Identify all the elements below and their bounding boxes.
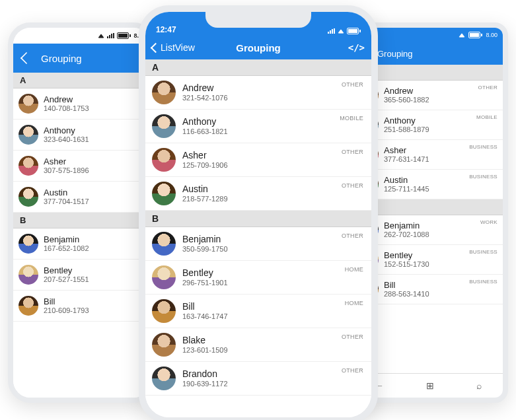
group-header: B <box>13 213 151 228</box>
contact-info: Brandon190-639-1172 <box>182 368 228 388</box>
iphone-notch <box>205 11 311 28</box>
list-item[interactable]: Bill163-746-1747HOME <box>145 295 371 328</box>
contact-tag: OTHER <box>342 81 363 88</box>
group-header: A <box>145 59 371 76</box>
list-item[interactable]: Austin218-577-1289OTHER <box>145 177 371 211</box>
list-item[interactable]: Benjamin167-652-1082 <box>13 228 151 260</box>
nav-home-icon[interactable]: ⊞ <box>426 380 434 391</box>
avatar <box>18 265 38 285</box>
list-item[interactable]: Blake123-601-1509OTHER <box>145 328 371 362</box>
contact-info: Blake123-601-1509 <box>182 335 228 355</box>
contact-phone: 251-588-1879 <box>384 125 429 134</box>
signal-icon <box>328 28 335 34</box>
android-status-bar: 8.00 <box>13 28 151 44</box>
list-item[interactable]: Andrew321-542-1076OTHER <box>145 76 371 110</box>
avatar <box>152 265 176 289</box>
contact-name: Bill <box>182 301 228 312</box>
contact-phone: 321-542-1076 <box>182 94 228 102</box>
contact-info: Benjamin167-652-1082 <box>44 234 89 254</box>
contact-name: Anthony <box>44 125 89 136</box>
contact-phone: 377-631-1471 <box>384 155 429 164</box>
contact-name: Blake <box>182 335 228 346</box>
battery-icon <box>468 32 482 38</box>
contact-phone: 296-751-1901 <box>182 279 228 287</box>
back-arrow-icon[interactable] <box>20 52 32 64</box>
avatar <box>18 125 38 145</box>
contact-tag: OTHER <box>342 232 363 239</box>
list-item[interactable]: Bill210-609-1793 <box>13 291 151 322</box>
contact-name: Asher <box>384 145 429 156</box>
list-item[interactable]: Benjamin350-599-1750OTHER <box>145 227 371 261</box>
contact-name: Andrew <box>384 86 429 96</box>
contact-info: Bill288-563-1410 <box>384 280 429 299</box>
contact-tag: MOBILE <box>476 114 498 120</box>
android-appbar: Grouping <box>13 44 151 73</box>
contact-tag: HOME <box>345 266 363 273</box>
list-item[interactable]: Austin377-704-1517 <box>13 182 151 213</box>
list-item[interactable]: Bentley207-527-1551 <box>13 260 151 291</box>
contact-name: Anthony <box>182 116 228 127</box>
list-item[interactable]: Anthony116-663-1821MOBILE <box>145 110 371 143</box>
nav-search-icon[interactable]: ⌕ <box>476 380 482 391</box>
contact-info: Anthony323-640-1631 <box>44 125 89 145</box>
iphone-list[interactable]: AAndrew321-542-1076OTHERAnthony116-663-1… <box>145 59 371 417</box>
contact-info: Bill210-609-1793 <box>44 297 89 316</box>
contact-phone: 190-639-1172 <box>182 380 228 388</box>
list-item[interactable]: Brandon190-639-1172OTHER <box>145 362 371 396</box>
list-item[interactable]: Bentley296-751-1901HOME <box>145 261 371 295</box>
contact-name: Brandon <box>182 368 228 380</box>
contact-tag: BUSINESS <box>469 144 498 150</box>
android-phone: 8.00 Grouping AAndrew140-708-1753Anthony… <box>8 22 156 403</box>
contact-name: Benjamin <box>384 221 429 231</box>
avatar <box>152 367 176 390</box>
page-title: Grouping <box>377 49 412 59</box>
avatar <box>18 94 38 114</box>
back-label: ListView <box>161 42 195 53</box>
contact-name: Anthony <box>384 116 429 126</box>
contact-name: Bentley <box>182 267 228 279</box>
signal-icon <box>107 33 114 38</box>
contact-tag: MOBILE <box>340 115 363 122</box>
contact-phone: 262-702-1088 <box>384 230 429 239</box>
contact-phone: 377-704-1517 <box>44 197 89 206</box>
android-list[interactable]: AAndrew140-708-1753Anthony323-640-1631As… <box>13 73 151 398</box>
code-icon[interactable]: </> <box>348 42 365 53</box>
page-title: Grouping <box>41 53 82 64</box>
contact-phone: 125-709-1906 <box>182 161 228 170</box>
list-item[interactable]: Asher125-709-1906OTHER <box>145 143 371 177</box>
avatar <box>152 114 176 138</box>
contact-name: Bentley <box>44 265 89 276</box>
contact-name: Austin <box>384 175 429 186</box>
contact-tag: OTHER <box>342 333 363 340</box>
contact-tag: BUSINESS <box>469 249 498 255</box>
avatar <box>152 299 176 323</box>
contact-phone: 365-560-1882 <box>384 96 429 104</box>
avatar <box>18 187 38 207</box>
back-button[interactable]: ListView <box>152 42 195 53</box>
contact-phone: 218-577-1289 <box>182 195 228 203</box>
battery-icon <box>117 32 131 39</box>
contact-name: Austin <box>182 184 228 195</box>
list-item[interactable]: Anthony323-640-1631 <box>13 120 151 151</box>
contact-name: Austin <box>44 188 89 198</box>
wifi-icon <box>459 33 465 37</box>
contact-info: Austin218-577-1289 <box>182 184 228 203</box>
avatar <box>18 296 38 316</box>
contact-name: Bentley <box>384 250 429 261</box>
contact-phone: 350-599-1750 <box>182 245 228 254</box>
contact-tag: BUSINESS <box>469 174 498 180</box>
group-header: A <box>13 73 151 88</box>
contact-phone: 123-601-1509 <box>182 346 228 355</box>
list-item[interactable]: Asher307-575-1896 <box>13 151 151 182</box>
contact-name: Andrew <box>44 94 89 105</box>
contact-info: Bentley296-751-1901 <box>182 267 228 287</box>
contact-info: Anthony116-663-1821 <box>182 116 228 136</box>
contact-tag: BUSINESS <box>469 279 498 285</box>
contact-info: Bill163-746-1747 <box>182 301 228 321</box>
contact-name: Benjamin <box>44 234 89 245</box>
contact-tag: HOME <box>345 300 363 306</box>
list-item[interactable]: Andrew140-708-1753 <box>13 88 151 120</box>
contact-name: Bill <box>384 280 429 291</box>
avatar <box>18 234 38 254</box>
chevron-left-icon <box>151 42 161 53</box>
